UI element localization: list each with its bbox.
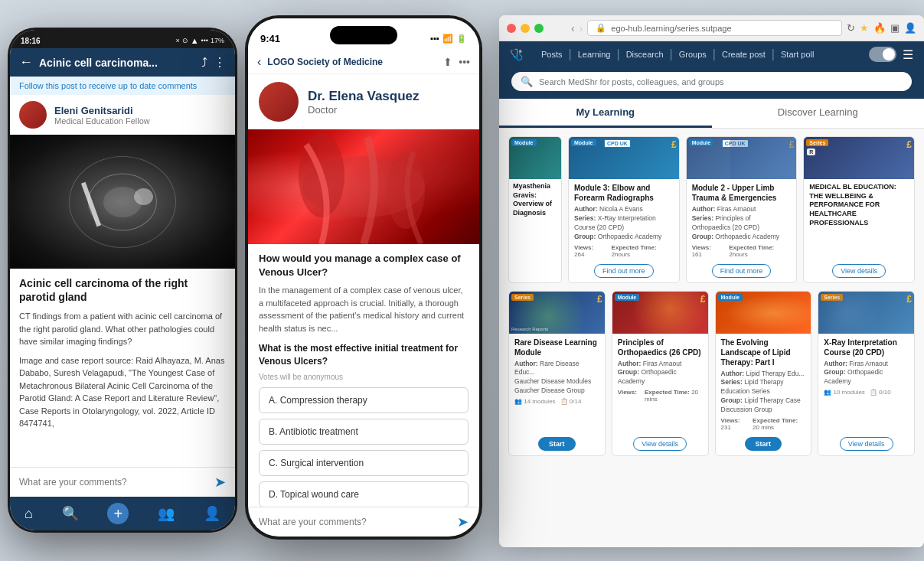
back2-icon[interactable]: ‹ (257, 55, 261, 69)
follow-text: Follow this post to receive up to date c… (19, 81, 197, 90)
follow-banner[interactable]: Follow this post to receive up to date c… (10, 77, 235, 95)
phone2-time: 9:41 (260, 33, 280, 44)
phone1-wrapper: 18:16 × ⊙ ▲ ••• 17% ← Acinic cell carcin… (8, 28, 237, 533)
poll-option-b[interactable]: B. Antibiotic treatment (259, 419, 469, 445)
phone2-status-icons: ▪▪▪ 📶 🔋 (430, 34, 467, 44)
learning-tabs: My Learning Discover Learning (499, 99, 924, 129)
more2-icon[interactable]: ••• (459, 56, 470, 68)
poll-option-c[interactable]: C. Surgical intervention (259, 450, 469, 476)
phone2-screen: 9:41 ▪▪▪ 📶 🔋 ‹ LOGO Society of Medicine … (248, 18, 479, 537)
bottom-nav: ⌂ 🔍 + 👥 👤 (10, 497, 235, 530)
nav-learning[interactable]: Learning (572, 50, 617, 59)
post-title: Acinic cell carcinoma... (39, 57, 195, 69)
battery: 17% (211, 37, 224, 44)
card-start2-btn[interactable]: Start (745, 437, 782, 451)
dynamic-island (330, 26, 397, 44)
card-findout-btn[interactable]: Find out more (594, 264, 654, 278)
phone2-appbar: ‹ LOGO Society of Medicine ⬆ ••• (248, 51, 479, 74)
grid-row-1: Module Myasthenia Gravis: Overview of Di… (508, 136, 915, 283)
poll-question: How would you manage a complex case of V… (259, 252, 469, 279)
close-btn[interactable] (507, 24, 516, 33)
share-icon[interactable]: ⤴ (201, 56, 207, 70)
nav-poll[interactable]: Start poll (775, 50, 820, 59)
reload-icon[interactable]: ↻ (847, 22, 855, 34)
nav-create[interactable]: Create post (716, 50, 772, 59)
upload-icon[interactable]: ⬆ (443, 56, 452, 68)
browser-window: ‹ › 🔒 ego-hub.learning/series.sutpage ↻ … (499, 15, 924, 547)
profile-icon[interactable]: 👤 (204, 505, 220, 522)
bookmark-icon[interactable]: ★ (860, 22, 869, 34)
card-start-btn[interactable]: Start (538, 437, 576, 451)
bluetooth-icon: ⊙ (182, 37, 188, 44)
author-row: Eleni Genitsaridi Medical Education Fell… (10, 95, 235, 135)
comment-bar2: ➤ (248, 507, 479, 537)
time: 18:16 (21, 37, 41, 45)
ct-scan-image (10, 135, 235, 269)
logo-text: LOGO Society of Medicine (267, 57, 437, 67)
send2-icon[interactable]: ➤ (457, 514, 469, 530)
nav-groups[interactable]: Groups (673, 50, 713, 59)
article-content: Acinic cell carcinoma of the right parot… (10, 269, 235, 467)
max-btn[interactable] (534, 24, 544, 33)
card-lipid: Module The Evolving Landscape of Lipid T… (715, 291, 812, 456)
create-icon[interactable]: + (107, 503, 129, 524)
back-icon[interactable]: ← (19, 54, 33, 70)
search-wrap[interactable]: 🔍 (511, 72, 912, 91)
poll-option-a[interactable]: A. Compression therapy (259, 387, 469, 413)
user-icon[interactable]: 👤 (904, 22, 916, 34)
phone2-frame: 9:41 ▪▪▪ 📶 🔋 ‹ LOGO Society of Medicine … (245, 15, 482, 540)
comment-bar: ➤ (10, 467, 235, 497)
tab-my-learning[interactable]: My Learning (499, 99, 712, 128)
back-nav-icon[interactable]: ‹ (571, 22, 575, 34)
sim-icon: × (175, 37, 179, 44)
forward-nav-icon[interactable]: › (580, 22, 583, 34)
battery2-icon: 🔋 (456, 34, 467, 44)
poll-option-d[interactable]: D. Topical wound care (259, 481, 469, 507)
card-rare-disease: Series £ Research Reports Rare Disease L… (508, 291, 606, 456)
phone1-topnav: ← Acinic cell carcinoma... ⤴ ⋮ (10, 48, 235, 77)
card-series-r: Series R £ MEDICAL BL EDUCATION: THE WEL… (803, 136, 915, 283)
url-text: ego-hub.learning/series.sutpage (611, 24, 731, 33)
comment-input2[interactable] (259, 517, 451, 527)
doctor-avatar (259, 82, 299, 122)
address-bar[interactable]: 🔒 ego-hub.learning/series.sutpage (587, 20, 842, 36)
doctor-info: Dr. Elena Vasquez Doctor (308, 89, 420, 116)
vascular-image (248, 129, 479, 244)
dark-toggle[interactable] (869, 47, 896, 62)
nav-discover[interactable]: Discearch (620, 50, 670, 59)
grid-row-2: Series £ Research Reports Rare Disease L… (508, 291, 915, 456)
author-role: Medical Education Fellow (54, 116, 150, 126)
phone1-frame: 18:16 × ⊙ ▲ ••• 17% ← Acinic cell carcin… (8, 28, 237, 533)
phone2-wrapper: 9:41 ▪▪▪ 📶 🔋 ‹ LOGO Society of Medicine … (245, 15, 482, 540)
send-icon[interactable]: ➤ (214, 474, 226, 491)
hamburger-icon[interactable]: ☰ (903, 47, 913, 62)
card-ortho-principles: Module £ Principles of Orthopaedics (26 … (612, 291, 709, 456)
browser-icons: ↻ ★ 🔥 ▣ 👤 (847, 22, 916, 34)
card-findout2-btn[interactable]: Find out more (712, 264, 772, 278)
status-bar: 18:16 × ⊙ ▲ ••• 17% (10, 30, 235, 48)
more-icon[interactable]: ⋮ (214, 55, 226, 70)
card-module3: Module CPD UK £ Module 3: Elbow and Fore… (568, 136, 680, 283)
card-partial: Module Myasthenia Gravis: Overview of Di… (508, 136, 562, 283)
min-btn[interactable] (521, 24, 530, 33)
nav-links: Posts | Learning | Discearch | Groups | … (535, 47, 869, 61)
doctor-row: Dr. Elena Vasquez Doctor (248, 74, 479, 129)
card-viewdetails-btn[interactable]: View details (832, 264, 886, 278)
wifi-icon: ▲ (191, 36, 199, 45)
window-icon[interactable]: ▣ (890, 22, 900, 34)
avatar (19, 101, 47, 129)
search-glass-icon: 🔍 (521, 76, 533, 87)
search-icon[interactable]: 🔍 (62, 505, 79, 522)
home-icon[interactable]: ⌂ (24, 506, 33, 522)
card-viewdetails3-btn[interactable]: View details (840, 437, 893, 451)
poll-anonymous: Votes will be anonymous (259, 373, 469, 381)
card-viewdetails2-btn[interactable]: View details (633, 437, 687, 451)
site-logo: 🩺 (510, 48, 523, 60)
tab-discover[interactable]: Discover Learning (712, 99, 925, 128)
search-field[interactable] (539, 77, 903, 86)
extension-icon[interactable]: 🔥 (873, 22, 886, 34)
community-icon[interactable]: 👥 (158, 505, 175, 522)
nav-posts[interactable]: Posts (535, 50, 569, 59)
article-body2: Image and case report source: Raid Alhay… (19, 354, 226, 430)
comment-input[interactable] (19, 477, 208, 488)
